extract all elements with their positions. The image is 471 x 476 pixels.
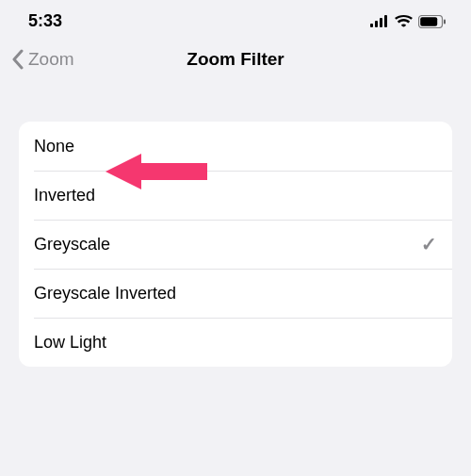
back-label: Zoom bbox=[28, 49, 74, 70]
option-greyscale[interactable]: Greyscale ✓ bbox=[19, 220, 452, 269]
svg-rect-2 bbox=[380, 18, 382, 27]
wifi-icon bbox=[395, 15, 413, 27]
option-inverted[interactable]: Inverted bbox=[19, 171, 452, 220]
option-label: Greyscale Inverted bbox=[34, 284, 176, 304]
battery-icon bbox=[418, 15, 447, 28]
svg-rect-6 bbox=[444, 19, 446, 24]
option-none[interactable]: None bbox=[19, 122, 452, 171]
checkmark-icon: ✓ bbox=[421, 233, 437, 255]
svg-rect-1 bbox=[375, 21, 378, 27]
svg-rect-0 bbox=[370, 24, 373, 27]
status-bar: 5:33 bbox=[0, 0, 471, 37]
chevron-left-icon bbox=[11, 49, 24, 70]
svg-rect-3 bbox=[384, 15, 387, 27]
cellular-icon bbox=[370, 15, 389, 27]
option-label: Greyscale bbox=[34, 235, 110, 254]
nav-bar: Zoom Zoom Filter bbox=[0, 37, 471, 82]
status-indicators bbox=[370, 15, 447, 28]
back-button[interactable]: Zoom bbox=[11, 49, 74, 70]
options-list: None Inverted Greyscale ✓ Greyscale Inve… bbox=[19, 122, 452, 367]
option-label: Inverted bbox=[34, 186, 95, 205]
option-low-light[interactable]: Low Light bbox=[19, 318, 452, 367]
option-label: None bbox=[34, 137, 74, 156]
svg-rect-5 bbox=[420, 17, 437, 26]
status-time: 5:33 bbox=[28, 11, 62, 31]
page-title: Zoom Filter bbox=[187, 49, 284, 70]
option-greyscale-inverted[interactable]: Greyscale Inverted bbox=[19, 269, 452, 318]
option-label: Low Light bbox=[34, 333, 106, 353]
